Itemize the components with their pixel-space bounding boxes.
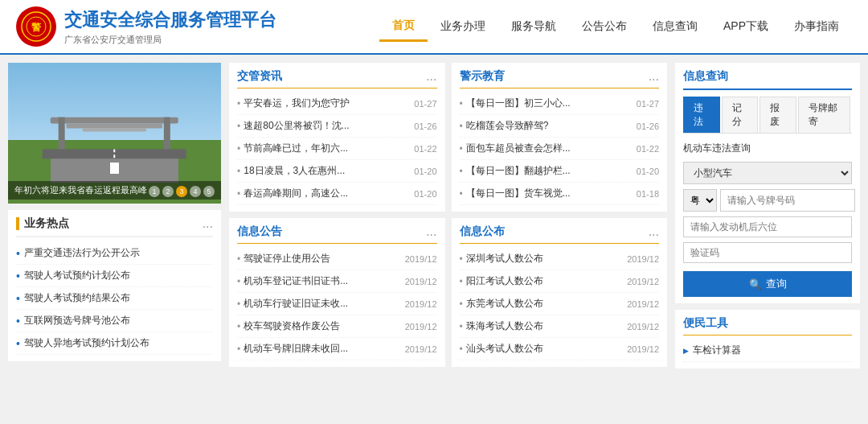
warning-edu-item-1[interactable]: 【每日一图】初三小心... 01-27 xyxy=(460,93,660,115)
traffic-news-title[interactable]: 交管资讯 xyxy=(237,69,282,84)
info-bulletin-title-3: 东莞考试人数公布 xyxy=(460,297,543,311)
warning-edu-date-1: 01-27 xyxy=(637,99,659,109)
query-form: 机动车违法查询 小型汽车 粤 🔍 查询 xyxy=(683,142,852,297)
info-notice-title-1: 驾驶证停止使用公告 xyxy=(237,252,330,266)
info-bulletin-more[interactable]: ... xyxy=(649,224,659,239)
warning-edu-section: 警示教育 ... 【每日一图】初三小心... 01-27 吃榴莲会导致醉驾? 0… xyxy=(452,63,668,212)
info-bulletin-header: 信息公布 ... xyxy=(460,224,660,244)
traffic-news-item-3[interactable]: 节前高峰已过，年初六... 01-22 xyxy=(237,138,437,160)
warning-edu-item-4[interactable]: 【每日一图】翻越护栏... 01-20 xyxy=(460,160,660,183)
svg-rect-4 xyxy=(67,124,162,129)
banner-dot-3[interactable]: 3 xyxy=(176,186,187,197)
header-logo: 警 交通安全综合服务管理平台 广东省公安厅交通管理局 xyxy=(16,6,276,47)
nav-info[interactable]: 信息查询 xyxy=(640,13,710,40)
nav-service[interactable]: 服务导航 xyxy=(498,13,569,40)
warning-edu-date-3: 01-22 xyxy=(637,144,659,154)
nav-announcement[interactable]: 公告公布 xyxy=(569,13,640,40)
traffic-news-title-2: 速超80公里将被罚！沈... xyxy=(237,119,350,133)
biz-item-5[interactable]: 驾驶人异地考试预约计划公布 xyxy=(16,332,213,355)
site-subtitle: 广东省公安厅交通管理局 xyxy=(64,34,276,46)
info-bulletin-date-2: 2019/12 xyxy=(627,277,659,286)
business-hot-title-row: 业务热点 xyxy=(16,216,69,231)
traffic-news-item-5[interactable]: 春运高峰期间，高速公... 01-20 xyxy=(237,183,437,205)
plate-prefix-select[interactable]: 粤 xyxy=(683,189,717,212)
nav-app[interactable]: APP下载 xyxy=(710,13,781,40)
highway-svg xyxy=(18,91,211,175)
traffic-news-item-2[interactable]: 速超80公里将被罚！沈... 01-26 xyxy=(237,115,437,138)
info-notice-item-5[interactable]: 机动车号牌旧牌未收回... 2019/12 xyxy=(237,338,437,360)
svg-text:警: 警 xyxy=(31,22,42,33)
info-notice-date-1: 2019/12 xyxy=(405,254,437,264)
info-notice-item-2[interactable]: 机动车登记证书旧证书... 2019/12 xyxy=(237,270,437,293)
info-notice-item-3[interactable]: 机动车行驶证旧证未收... 2019/12 xyxy=(237,293,437,315)
logo-emblem: 警 xyxy=(16,6,56,47)
info-notice-item-1[interactable]: 驾驶证停止使用公告 2019/12 xyxy=(237,248,437,270)
info-bulletin-item-5[interactable]: 汕头考试人数公布 2019/12 xyxy=(460,338,660,360)
traffic-news-date-3: 01-22 xyxy=(414,144,436,154)
info-bulletin-item-1[interactable]: 深圳考试人数公布 2019/12 xyxy=(460,248,660,270)
traffic-news-date-4: 01-20 xyxy=(414,167,436,176)
warning-edu-title-3: 面包车超员被查会怎样... xyxy=(460,142,571,155)
nav-business[interactable]: 业务办理 xyxy=(428,13,498,40)
biz-item-3[interactable]: 驾驶人考试预约结果公布 xyxy=(16,287,213,310)
business-hot-title: 业务热点 xyxy=(24,216,69,231)
banner-dot-4[interactable]: 4 xyxy=(190,186,201,197)
banner-dot-5[interactable]: 5 xyxy=(203,186,215,197)
tab-scrap[interactable]: 报废 xyxy=(760,97,796,133)
info-bulletin-list: 深圳考试人数公布 2019/12 阳江考试人数公布 2019/12 东莞考试人数… xyxy=(460,248,660,360)
traffic-news-more[interactable]: ... xyxy=(426,69,436,84)
info-bulletin-title-1: 深圳考试人数公布 xyxy=(460,252,543,266)
info-bulletin-date-3: 2019/12 xyxy=(627,299,659,309)
convenient-tools-title[interactable]: 便民工具 xyxy=(683,316,728,331)
tab-plate-mail[interactable]: 号牌邮寄 xyxy=(798,97,850,133)
traffic-news-date-1: 01-27 xyxy=(414,99,436,109)
tab-points[interactable]: 记分 xyxy=(722,97,759,133)
info-notice-title-4: 校车驾驶资格作废公告 xyxy=(237,319,340,333)
info-bulletin-item-3[interactable]: 东莞考试人数公布 2019/12 xyxy=(460,293,660,315)
traffic-news-title-3: 节前高峰已过，年初六... xyxy=(237,142,348,155)
convenient-tools-header: 便民工具 xyxy=(683,316,852,335)
captcha-input[interactable] xyxy=(683,242,852,263)
business-hot-more[interactable]: ... xyxy=(203,216,213,231)
traffic-news-item-1[interactable]: 平安春运，我们为您守护 01-27 xyxy=(237,93,437,115)
warning-edu-item-2[interactable]: 吃榴莲会导致醉驾? 01-26 xyxy=(460,115,660,138)
engine-number-input[interactable] xyxy=(683,216,852,237)
main-nav: 首页 业务办理 服务导航 公告公布 信息查询 APP下载 办事指南 xyxy=(379,12,852,42)
query-submit-button[interactable]: 🔍 查询 xyxy=(683,271,852,297)
emblem-icon: 警 xyxy=(20,10,52,43)
info-bulletin-item-4[interactable]: 珠海考试人数公布 2019/12 xyxy=(460,315,660,338)
nav-home[interactable]: 首页 xyxy=(379,12,428,42)
convenient-tools-section: 便民工具 车检计算器 xyxy=(675,310,860,368)
tab-violation[interactable]: 违法 xyxy=(683,97,720,133)
traffic-news-header: 交管资讯 ... xyxy=(237,69,437,89)
site-title: 交通安全综合服务管理平台 xyxy=(64,8,276,32)
middle-column: 交管资讯 ... 平安春运，我们为您守护 01-27 速超80公里将被罚！沈..… xyxy=(229,63,667,368)
vehicle-type-select[interactable]: 小型汽车 xyxy=(683,162,852,184)
warning-edu-item-3[interactable]: 面包车超员被查会怎样... 01-22 xyxy=(460,138,660,160)
info-notice-item-4[interactable]: 校车驾驶资格作废公告 2019/12 xyxy=(237,315,437,338)
banner-dot-2[interactable]: 2 xyxy=(162,186,174,197)
tool-item-1[interactable]: 车检计算器 xyxy=(683,340,852,362)
warning-edu-item-5[interactable]: 【每日一图】货车视觉... 01-18 xyxy=(460,183,660,205)
plate-number-input[interactable] xyxy=(720,189,855,212)
warning-edu-more[interactable]: ... xyxy=(649,69,659,84)
info-notice-date-2: 2019/12 xyxy=(405,277,437,286)
warning-edu-title[interactable]: 警示教育 xyxy=(460,69,505,84)
title-bar-icon xyxy=(16,217,19,230)
traffic-news-title-5: 春运高峰期间，高速公... xyxy=(237,187,348,200)
info-bulletin-title[interactable]: 信息公布 xyxy=(460,224,505,239)
biz-item-1[interactable]: 严重交通违法行为公开公示 xyxy=(16,242,213,265)
info-notice-date-3: 2019/12 xyxy=(405,299,437,309)
business-hot-list: 严重交通违法行为公开公示 驾驶人考试预约计划公布 驾驶人考试预约结果公布 互联网… xyxy=(16,242,213,355)
biz-item-4[interactable]: 互联网预选号牌号池公布 xyxy=(16,310,213,332)
banner-dot-1[interactable]: 1 xyxy=(149,186,160,197)
info-notice-more[interactable]: ... xyxy=(426,224,436,239)
biz-item-2[interactable]: 驾驶人考试预约计划公布 xyxy=(16,265,213,287)
svg-rect-3 xyxy=(51,117,178,124)
warning-edu-date-5: 01-18 xyxy=(637,189,659,199)
business-hot-section: 业务热点 ... 严重交通违法行为公开公示 驾驶人考试预约计划公布 驾驶人考试预… xyxy=(8,210,221,361)
traffic-news-item-4[interactable]: 18日凌晨，3人在惠州... 01-20 xyxy=(237,160,437,183)
nav-guide[interactable]: 办事指南 xyxy=(781,13,852,40)
info-notice-title[interactable]: 信息公告 xyxy=(237,224,282,239)
info-bulletin-item-2[interactable]: 阳江考试人数公布 2019/12 xyxy=(460,270,660,293)
